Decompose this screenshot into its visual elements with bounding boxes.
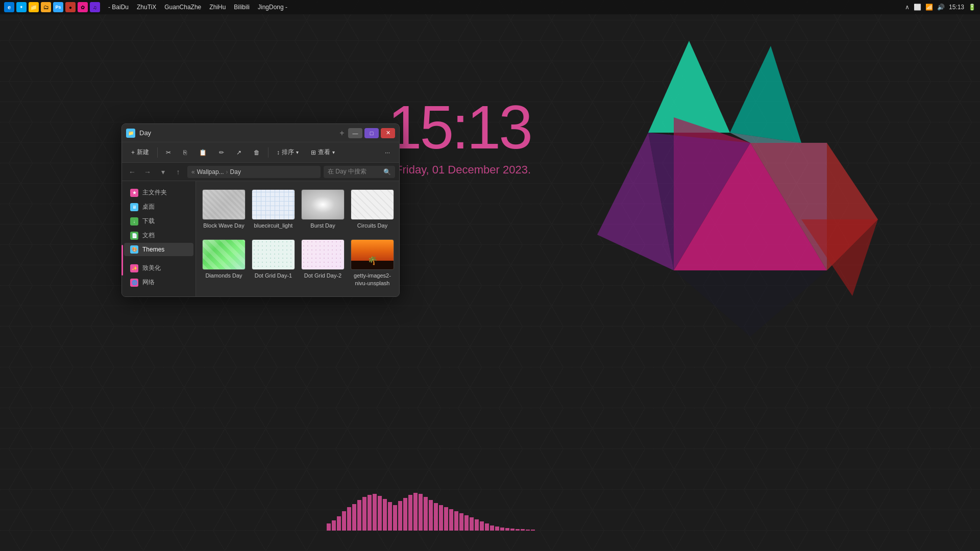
copy-button[interactable]: ⎘ xyxy=(178,147,192,158)
clock-time: 15:13 xyxy=(388,93,531,161)
file-thumbnail-getty xyxy=(351,239,394,270)
file-item-circuits[interactable]: Circuits Day xyxy=(349,185,396,233)
search-icon[interactable]: 🔍 xyxy=(383,168,391,176)
back-button[interactable]: ← xyxy=(126,166,138,178)
taskbar-app-red[interactable]: ● xyxy=(65,2,76,12)
viz-bar xyxy=(337,516,341,531)
bookmark-baidu[interactable]: - BaiDu xyxy=(104,4,133,11)
viz-bar xyxy=(480,521,484,531)
sidebar-item-home[interactable]: ★ 主文件夹 xyxy=(124,186,193,199)
documents-icon: 📄 xyxy=(130,232,138,240)
title-bar: 📁 Day + — □ ✕ xyxy=(122,124,399,142)
taskbar-apps: e ✦ 📁 🗂 Ps ● ✿ ♫ xyxy=(4,2,100,12)
file-thumbnail-dotgrid2 xyxy=(301,239,345,270)
delete-button[interactable]: 🗑 xyxy=(249,147,265,158)
taskbar-volume-icon[interactable]: 🔊 xyxy=(937,4,945,11)
more-button[interactable]: ··· xyxy=(380,147,395,158)
file-name-block-wave: Block Wave Day xyxy=(203,222,244,229)
taskbar-battery: 🔋 xyxy=(968,4,976,11)
clock-date: Friday, 01 December 2023. xyxy=(396,163,531,177)
sidebar-item-downloads[interactable]: ↓ 下载 xyxy=(124,214,193,228)
taskbar-dropdown-arrow[interactable]: ∧ xyxy=(905,4,910,11)
file-item-diamonds[interactable]: Diamonds Day xyxy=(200,235,248,291)
viz-bar xyxy=(413,493,418,531)
path-segment-2[interactable]: Day xyxy=(230,168,241,176)
file-item-dotgrid1[interactable]: Dot Grid Day-1 xyxy=(250,235,297,291)
title-bar-icon: 📁 xyxy=(126,129,135,138)
desktop-icon: 🖥 xyxy=(130,203,138,211)
home-icon: ★ xyxy=(130,189,138,197)
viz-bar xyxy=(505,528,509,531)
taskbar-app-music[interactable]: ♫ xyxy=(90,2,100,12)
forward-button[interactable]: → xyxy=(141,166,154,178)
view-button[interactable]: ⊞ 查看 ▾ xyxy=(306,146,340,159)
file-thumbnail-burst xyxy=(301,189,345,220)
sort-button[interactable]: ↕ 排序 ▾ xyxy=(272,146,304,159)
view-chevron-icon: ▾ xyxy=(332,149,335,155)
thumb-burst-visual xyxy=(302,190,344,219)
taskbar-app-ps[interactable]: Ps xyxy=(53,2,63,12)
viz-bar xyxy=(495,527,499,531)
geometric-triangles xyxy=(495,41,878,337)
taskbar-right: ∧ ⬜ 📶 🔊 15:13 🔋 xyxy=(905,4,976,11)
path-icon: « xyxy=(191,168,195,176)
close-button[interactable]: ✕ xyxy=(381,128,395,138)
taskbar-app-files[interactable]: 📁 xyxy=(29,2,39,12)
taskbar-monitor-icon: ⬜ xyxy=(914,4,921,11)
taskbar-app-folder[interactable]: 🗂 xyxy=(41,2,51,12)
taskbar-network-icon: 📶 xyxy=(925,4,933,11)
tab-add-button[interactable]: + xyxy=(336,128,348,138)
bookmark-zhutix[interactable]: ZhuTiX xyxy=(133,4,160,11)
share-button[interactable]: ↗ xyxy=(231,147,247,158)
minimize-button[interactable]: — xyxy=(348,128,362,138)
sidebar-item-zhiMeiHua[interactable]: ✨ 致美化 xyxy=(124,261,193,275)
sidebar-item-themes[interactable]: 🎨 Themes xyxy=(124,243,193,256)
sidebar-item-documents[interactable]: 📄 文档 xyxy=(124,229,193,242)
viz-bar xyxy=(419,494,423,531)
file-name-burst: Burst Day xyxy=(310,222,335,229)
sidebar-item-desktop[interactable]: 🖥 桌面 xyxy=(124,200,193,214)
bookmark-jingdong[interactable]: JingDong - xyxy=(254,4,291,11)
thumb-circuits-visual xyxy=(351,190,394,219)
cut-button[interactable]: ✂ xyxy=(161,147,176,158)
maximize-button[interactable]: □ xyxy=(364,128,379,138)
file-name-bluecircuit: bluecircuit_light xyxy=(254,222,293,229)
bookmark-bilibili[interactable]: Bilibili xyxy=(230,4,254,11)
new-button[interactable]: + 新建 xyxy=(126,146,154,159)
taskbar-app-pink[interactable]: ✿ xyxy=(78,2,88,12)
new-icon: + xyxy=(131,149,135,156)
file-item-dotgrid2[interactable]: Dot Grid Day-2 xyxy=(299,235,347,291)
viz-bar xyxy=(531,530,535,531)
file-item-bluecircuit[interactable]: bluecircuit_light xyxy=(250,185,297,233)
address-path[interactable]: « Wallpap... › Day xyxy=(187,166,321,178)
viz-bar xyxy=(449,509,453,531)
path-segment-1[interactable]: Wallpap... xyxy=(197,168,224,176)
file-item-burst[interactable]: Burst Day xyxy=(299,185,347,233)
file-item-block-wave-day[interactable]: Block Wave Day xyxy=(200,185,248,233)
file-thumbnail-block-wave xyxy=(202,189,246,220)
bookmark-zhihu[interactable]: ZhiHu xyxy=(205,4,230,11)
taskbar-bookmarks: - BaiDu ZhuTiX GuanChaZhe ZhiHu Bilibili… xyxy=(104,4,291,11)
svg-marker-0 xyxy=(648,41,730,133)
viz-bar xyxy=(459,513,463,531)
viz-bar xyxy=(424,497,428,531)
sidebar-accent-bar xyxy=(121,245,123,276)
taskbar-app-edge[interactable]: e xyxy=(4,2,14,12)
file-name-circuits: Circuits Day xyxy=(357,222,387,229)
thumb-bluecircuit-visual xyxy=(252,190,295,219)
sort-chevron-icon: ▾ xyxy=(296,149,299,155)
paste-button[interactable]: 📋 xyxy=(194,147,212,158)
search-box[interactable]: 在 Day 中搜索 🔍 xyxy=(324,166,395,178)
viz-bar xyxy=(327,523,331,531)
dropdown-button[interactable]: ▾ xyxy=(157,166,169,178)
viz-bar xyxy=(383,499,387,531)
file-name-diamonds: Diamonds Day xyxy=(205,272,242,279)
rename-button[interactable]: ✏ xyxy=(214,147,229,158)
file-item-getty[interactable]: getty-images2-nivu-unsplash xyxy=(349,235,396,291)
address-bar: ← → ▾ ↑ « Wallpap... › Day 在 Day 中搜索 🔍 xyxy=(122,163,399,181)
up-button[interactable]: ↑ xyxy=(172,166,184,178)
taskbar-app-edge2[interactable]: ✦ xyxy=(16,2,27,12)
sidebar-item-network[interactable]: 🌐 网络 xyxy=(124,276,193,289)
file-thumbnail-bluecircuit xyxy=(252,189,295,220)
bookmark-guanchaZhe[interactable]: GuanChaZhe xyxy=(160,4,205,11)
